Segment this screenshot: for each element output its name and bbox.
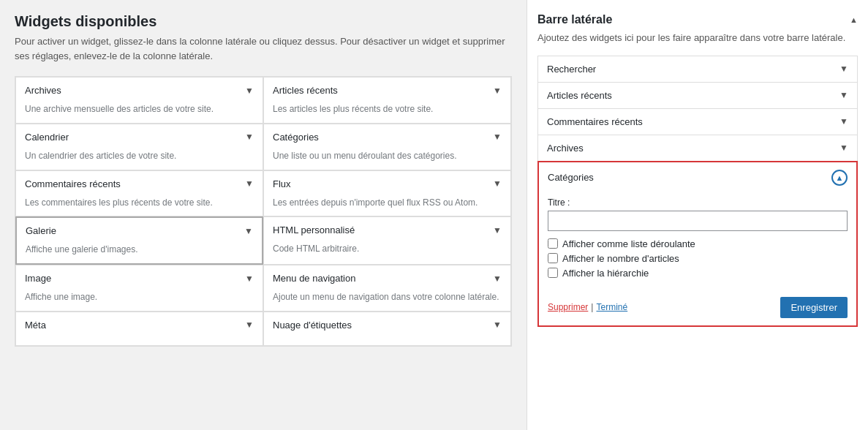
widget-html-personnalise-title: HTML personnalisé [273,225,355,235]
widget-flux-title: Flux [273,178,291,189]
widget-galerie-title: Galerie [26,225,56,236]
widget-articles-recents-header[interactable]: Articles récents ▼ [264,78,510,103]
widget-image: Image ▼ Affiche une image. [15,265,263,312]
widget-html-personnalise: HTML personnalisé ▼ Code HTML arbitraire… [263,216,511,265]
sidebar-widget-articles-recents-title: Articles récents [547,90,612,101]
widget-menu-navigation: Menu de navigation ▼ Ajoute un menu de n… [263,265,511,312]
widget-archives-title: Archives [25,85,61,96]
right-panel: Barre latérale ▲ Ajoutez des widgets ici… [527,0,868,430]
chevron-down-icon: ▼ [245,274,254,284]
widget-categories-title: Catégories [273,132,319,143]
footer-separator: | [591,302,593,312]
widget-commentaires-recents: Commentaires récents ▼ Les commentaires … [15,170,263,217]
widget-flux: Flux ▼ Les entrées depuis n'importe quel… [263,170,511,217]
chevron-down-icon: ▼ [493,178,502,189]
left-panel: Widgets disponibles Pour activer un widg… [0,0,527,430]
widget-calendrier-header[interactable]: Calendrier ▼ [16,124,263,150]
widget-image-header[interactable]: Image ▼ [16,265,263,291]
chevron-down-icon: ▼ [493,225,502,235]
categories-expanded-widget: Catégories ▲ Titre : Afficher comme list… [537,161,858,327]
widget-galerie-desc: Affiche une galerie d'images. [17,244,262,263]
chevron-down-icon: ▼ [839,143,848,153]
widget-galerie: Galerie ▼ Affiche une galerie d'images. [15,216,263,265]
widget-galerie-header[interactable]: Galerie ▼ [17,218,262,244]
sidebar-widget-archives: Archives ▼ [537,135,858,162]
widget-commentaires-recents-header[interactable]: Commentaires récents ▼ [16,171,263,197]
widget-html-personnalise-header[interactable]: HTML personnalisé ▼ [264,217,510,243]
widget-commentaires-recents-desc: Les commentaires les plus récents de vot… [16,197,263,216]
arrow-up-icon: ▲ [850,15,858,24]
widget-categories: Catégories ▼ Une liste ou un menu déroul… [263,124,511,170]
checkbox-row-nombre: Afficher le nombre d'articles [548,253,848,264]
widget-calendrier: Calendrier ▼ Un calendrier des articles … [15,124,263,170]
chevron-down-icon: ▼ [245,86,254,96]
supprimer-link[interactable]: Supprimer [548,302,588,312]
widget-html-personnalise-desc: Code HTML arbitraire. [264,243,510,263]
sidebar-widget-rechercher-title: Rechercher [547,64,596,75]
categories-widget-body: Titre : Afficher comme liste déroulante … [539,193,856,291]
widget-calendrier-title: Calendrier [25,132,69,143]
chevron-down-icon: ▼ [245,320,254,330]
widget-articles-recents-desc: Les articles les plus récents de votre s… [264,103,510,123]
chevron-down-icon: ▼ [245,178,254,189]
chevron-down-icon: ▼ [493,320,502,330]
widget-archives-header[interactable]: Archives ▼ [16,78,263,103]
chevron-down-icon: ▼ [839,90,848,100]
sidebar-widget-rechercher-header[interactable]: Rechercher ▼ [538,56,857,82]
termine-link[interactable]: Terminé [596,302,627,312]
widget-meta-desc [16,338,263,345]
sidebar-widget-articles-recents-header[interactable]: Articles récents ▼ [538,83,857,108]
widget-meta-title: Méta [25,320,46,331]
widget-articles-recents: Articles récents ▼ Les articles les plus… [263,77,511,124]
widget-flux-header[interactable]: Flux ▼ [264,171,510,197]
widget-archives-desc: Une archive mensuelle des articles de vo… [16,103,263,123]
chevron-down-icon: ▼ [493,86,502,96]
widget-nuage-etiquettes-header[interactable]: Nuage d'étiquettes ▼ [264,312,510,338]
sidebar-widget-rechercher: Rechercher ▼ [537,56,858,83]
widget-categories-header[interactable]: Catégories ▼ [264,124,510,150]
titre-label: Titre : [548,197,848,208]
widget-menu-navigation-header[interactable]: Menu de navigation ▼ [264,265,510,291]
categories-widget-header[interactable]: Catégories ▲ [539,162,856,193]
widget-archives: Archives ▼ Une archive mensuelle des art… [15,77,263,124]
titre-input[interactable] [548,211,848,231]
widget-categories-desc: Une liste ou un menu déroulant des catég… [264,150,510,170]
sidebar-title: Barre latérale [537,13,612,26]
widget-calendrier-desc: Un calendrier des articles de votre site… [16,150,263,170]
sidebar-widget-articles-recents: Articles récents ▼ [537,83,858,109]
checkbox-row-liste: Afficher comme liste déroulante [548,238,848,249]
chevron-down-icon: ▼ [245,132,254,142]
widget-image-title: Image [25,273,51,284]
circle-arrow-up-icon[interactable]: ▲ [831,170,848,186]
sidebar-widget-commentaires-recents: Commentaires récents ▼ [537,109,858,135]
checkbox-liste-deroulante[interactable] [548,238,558,249]
checkbox-hierarchie[interactable] [548,268,558,278]
sidebar-desc: Ajoutez des widgets ici pour les faire a… [537,31,858,45]
checkbox-nombre-articles[interactable] [548,253,558,263]
categories-widget-footer: Supprimer | Terminé Enregistrer [539,291,856,325]
widget-articles-recents-title: Articles récents [273,85,338,96]
sidebar-widget-commentaires-recents-title: Commentaires récents [547,116,643,127]
checkbox-nombre-articles-label[interactable]: Afficher le nombre d'articles [562,253,679,264]
widgets-grid: Archives ▼ Une archive mensuelle des art… [15,76,512,347]
widget-nuage-etiquettes: Nuage d'étiquettes ▼ [263,312,511,346]
widget-commentaires-recents-title: Commentaires récents [25,178,121,189]
widget-nuage-etiquettes-desc [264,338,510,345]
sidebar-widget-commentaires-recents-header[interactable]: Commentaires récents ▼ [538,109,857,135]
sidebar-widget-archives-header[interactable]: Archives ▼ [538,135,857,161]
chevron-down-icon: ▼ [493,132,502,142]
chevron-down-icon: ▼ [244,226,253,236]
save-button[interactable]: Enregistrer [780,297,848,318]
checkbox-liste-deroulante-label[interactable]: Afficher comme liste déroulante [562,238,695,249]
widget-nuage-etiquettes-title: Nuage d'étiquettes [273,320,352,331]
widget-image-desc: Affiche une image. [16,291,263,311]
checkbox-hierarchie-label[interactable]: Afficher la hiérarchie [562,268,649,279]
sidebar-title-row: Barre latérale ▲ [537,13,858,26]
chevron-down-icon: ▼ [839,116,848,127]
page-title: Widgets disponibles [15,13,512,30]
page-intro: Pour activer un widget, glissez-le dans … [15,34,512,63]
widget-menu-navigation-title: Menu de navigation [273,273,355,284]
widget-meta-header[interactable]: Méta ▼ [16,312,263,338]
widget-meta: Méta ▼ [15,312,263,346]
sidebar-widget-archives-title: Archives [547,143,584,154]
